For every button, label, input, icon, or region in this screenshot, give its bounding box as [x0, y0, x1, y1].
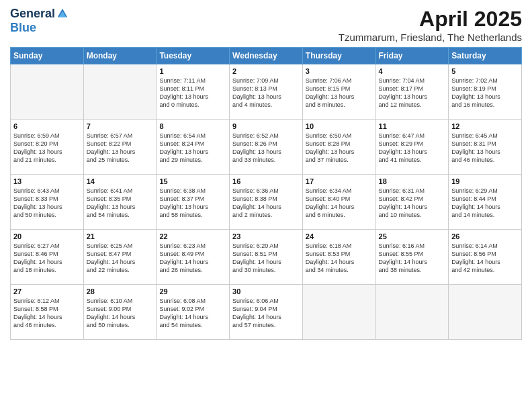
day-info: Sunrise: 6:27 AM Sunset: 8:46 PM Dayligh…	[13, 242, 81, 275]
day-cell: 3Sunrise: 7:06 AM Sunset: 8:15 PM Daylig…	[302, 64, 375, 120]
day-info: Sunrise: 6:08 AM Sunset: 9:02 PM Dayligh…	[159, 297, 226, 330]
day-number: 4	[379, 67, 446, 75]
day-cell: 6Sunrise: 6:59 AM Sunset: 8:20 PM Daylig…	[11, 120, 84, 175]
location-title: Tzummarum, Friesland, The Netherlands	[339, 32, 522, 43]
day-info: Sunrise: 6:54 AM Sunset: 8:24 PM Dayligh…	[159, 132, 226, 165]
calendar: SundayMondayTuesdayWednesdayThursdayFrid…	[10, 47, 522, 340]
day-cell	[449, 285, 522, 340]
day-number: 10	[306, 122, 373, 130]
day-cell: 25Sunrise: 6:16 AM Sunset: 8:55 PM Dayli…	[375, 230, 449, 285]
day-cell: 28Sunrise: 6:10 AM Sunset: 9:00 PM Dayli…	[83, 285, 157, 340]
day-info: Sunrise: 6:06 AM Sunset: 9:04 PM Dayligh…	[232, 297, 300, 330]
day-number: 22	[159, 232, 226, 240]
day-number: 3	[306, 67, 373, 75]
day-cell	[375, 285, 449, 340]
day-number: 29	[159, 287, 226, 295]
day-info: Sunrise: 6:38 AM Sunset: 8:37 PM Dayligh…	[159, 187, 226, 220]
day-cell: 2Sunrise: 7:09 AM Sunset: 8:13 PM Daylig…	[230, 64, 303, 120]
weekday-header-sunday: Sunday	[11, 48, 84, 64]
logo-blue-text: Blue	[10, 21, 36, 34]
day-info: Sunrise: 6:50 AM Sunset: 8:28 PM Dayligh…	[306, 132, 373, 165]
day-cell: 9Sunrise: 6:52 AM Sunset: 8:26 PM Daylig…	[230, 120, 303, 175]
day-cell: 1Sunrise: 7:11 AM Sunset: 8:11 PM Daylig…	[157, 64, 230, 120]
day-cell	[302, 285, 375, 340]
day-number: 26	[451, 232, 519, 240]
title-block: April 2025 Tzummarum, Friesland, The Net…	[339, 7, 522, 43]
day-number: 14	[87, 177, 154, 185]
logo-general-text: General	[10, 7, 55, 21]
day-number: 17	[306, 177, 373, 185]
day-info: Sunrise: 6:36 AM Sunset: 8:38 PM Dayligh…	[232, 187, 300, 220]
logo-icon	[56, 7, 69, 19]
weekday-header-saturday: Saturday	[449, 48, 522, 64]
week-row-4: 20Sunrise: 6:27 AM Sunset: 8:46 PM Dayli…	[11, 230, 522, 285]
day-info: Sunrise: 6:59 AM Sunset: 8:20 PM Dayligh…	[13, 132, 81, 165]
day-cell: 21Sunrise: 6:25 AM Sunset: 8:47 PM Dayli…	[83, 230, 157, 285]
day-info: Sunrise: 6:34 AM Sunset: 8:40 PM Dayligh…	[306, 187, 373, 220]
day-number: 27	[13, 287, 81, 295]
day-info: Sunrise: 6:14 AM Sunset: 8:56 PM Dayligh…	[451, 242, 519, 275]
day-info: Sunrise: 6:41 AM Sunset: 8:35 PM Dayligh…	[87, 187, 154, 220]
day-info: Sunrise: 6:31 AM Sunset: 8:42 PM Dayligh…	[379, 187, 446, 220]
day-number: 24	[306, 232, 373, 240]
day-info: Sunrise: 6:45 AM Sunset: 8:31 PM Dayligh…	[451, 132, 519, 165]
day-cell: 23Sunrise: 6:20 AM Sunset: 8:51 PM Dayli…	[230, 230, 303, 285]
day-number: 12	[451, 122, 519, 130]
day-cell: 8Sunrise: 6:54 AM Sunset: 8:24 PM Daylig…	[157, 120, 230, 175]
day-info: Sunrise: 7:02 AM Sunset: 8:19 PM Dayligh…	[451, 77, 519, 109]
day-cell: 5Sunrise: 7:02 AM Sunset: 8:19 PM Daylig…	[449, 64, 522, 120]
day-number: 8	[159, 122, 226, 130]
day-info: Sunrise: 7:09 AM Sunset: 8:13 PM Dayligh…	[232, 77, 300, 109]
day-number: 9	[232, 122, 300, 130]
day-cell: 10Sunrise: 6:50 AM Sunset: 8:28 PM Dayli…	[302, 120, 375, 175]
day-cell: 16Sunrise: 6:36 AM Sunset: 8:38 PM Dayli…	[230, 175, 303, 230]
day-cell: 15Sunrise: 6:38 AM Sunset: 8:37 PM Dayli…	[157, 175, 230, 230]
header: General Blue April 2025 Tzummarum, Fries…	[10, 7, 522, 43]
month-title: April 2025	[339, 7, 522, 32]
weekday-header-wednesday: Wednesday	[230, 48, 303, 64]
day-number: 5	[451, 67, 519, 75]
week-row-5: 27Sunrise: 6:12 AM Sunset: 8:58 PM Dayli…	[11, 285, 522, 340]
day-number: 20	[13, 232, 81, 240]
day-cell: 20Sunrise: 6:27 AM Sunset: 8:46 PM Dayli…	[11, 230, 84, 285]
day-cell: 13Sunrise: 6:43 AM Sunset: 8:33 PM Dayli…	[11, 175, 84, 230]
day-cell: 19Sunrise: 6:29 AM Sunset: 8:44 PM Dayli…	[449, 175, 522, 230]
day-cell	[11, 64, 84, 120]
day-number: 1	[159, 67, 226, 75]
day-number: 16	[232, 177, 300, 185]
day-info: Sunrise: 6:16 AM Sunset: 8:55 PM Dayligh…	[379, 242, 446, 275]
day-cell: 22Sunrise: 6:23 AM Sunset: 8:49 PM Dayli…	[157, 230, 230, 285]
day-number: 25	[379, 232, 446, 240]
logo: General Blue	[10, 7, 69, 35]
day-number: 15	[159, 177, 226, 185]
day-info: Sunrise: 6:25 AM Sunset: 8:47 PM Dayligh…	[87, 242, 154, 275]
day-cell: 12Sunrise: 6:45 AM Sunset: 8:31 PM Dayli…	[449, 120, 522, 175]
weekday-header-row: SundayMondayTuesdayWednesdayThursdayFrid…	[11, 48, 522, 64]
weekday-header-friday: Friday	[375, 48, 449, 64]
day-info: Sunrise: 6:57 AM Sunset: 8:22 PM Dayligh…	[87, 132, 154, 165]
day-number: 2	[232, 67, 300, 75]
day-info: Sunrise: 6:47 AM Sunset: 8:29 PM Dayligh…	[379, 132, 446, 165]
day-number: 23	[232, 232, 300, 240]
day-info: Sunrise: 6:18 AM Sunset: 8:53 PM Dayligh…	[306, 242, 373, 275]
day-cell: 11Sunrise: 6:47 AM Sunset: 8:29 PM Dayli…	[375, 120, 449, 175]
day-info: Sunrise: 6:29 AM Sunset: 8:44 PM Dayligh…	[451, 187, 519, 220]
day-number: 11	[379, 122, 446, 130]
week-row-3: 13Sunrise: 6:43 AM Sunset: 8:33 PM Dayli…	[11, 175, 522, 230]
day-cell: 29Sunrise: 6:08 AM Sunset: 9:02 PM Dayli…	[157, 285, 230, 340]
weekday-header-thursday: Thursday	[302, 48, 375, 64]
page: General Blue April 2025 Tzummarum, Fries…	[0, 0, 532, 411]
day-cell: 18Sunrise: 6:31 AM Sunset: 8:42 PM Dayli…	[375, 175, 449, 230]
day-number: 28	[87, 287, 154, 295]
day-info: Sunrise: 6:23 AM Sunset: 8:49 PM Dayligh…	[159, 242, 226, 275]
day-cell	[83, 64, 157, 120]
day-info: Sunrise: 7:04 AM Sunset: 8:17 PM Dayligh…	[379, 77, 446, 109]
day-number: 21	[87, 232, 154, 240]
day-cell: 17Sunrise: 6:34 AM Sunset: 8:40 PM Dayli…	[302, 175, 375, 230]
day-number: 30	[232, 287, 300, 295]
day-info: Sunrise: 6:10 AM Sunset: 9:00 PM Dayligh…	[87, 297, 154, 330]
day-number: 6	[13, 122, 81, 130]
day-cell: 14Sunrise: 6:41 AM Sunset: 8:35 PM Dayli…	[83, 175, 157, 230]
weekday-header-monday: Monday	[83, 48, 157, 64]
day-info: Sunrise: 6:43 AM Sunset: 8:33 PM Dayligh…	[13, 187, 81, 220]
